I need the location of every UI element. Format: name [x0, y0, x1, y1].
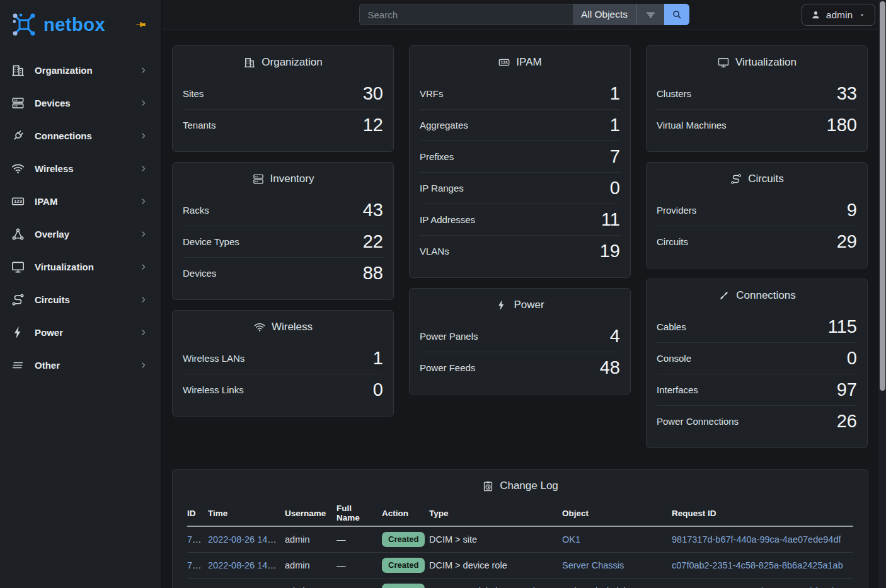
sidebar-item-power[interactable]: Power — [0, 316, 161, 349]
stat-value-link[interactable]: 180 — [827, 115, 857, 135]
column-header-object: Object — [562, 502, 672, 526]
changelog-request-link[interactable]: 9817317d-b67f-440a-99ca-4ae07ede94df — [672, 534, 841, 545]
stat-row-circuits: Circuits29 — [657, 226, 857, 257]
table-cell: Created — [382, 526, 429, 553]
changelog-time-link[interactable]: 2022-08-26 14:22 — [208, 534, 280, 545]
stat-value-link[interactable]: 0 — [373, 379, 383, 400]
table-cell: Server Chassis — [562, 553, 672, 579]
stat-label: IP Ranges — [420, 183, 464, 193]
sidebar-item-label: Other — [35, 360, 60, 371]
scrollbar-thumb[interactable] — [880, 1, 885, 391]
sidebar: netbox OrganizationDevicesConnectionsWir… — [0, 0, 161, 588]
stat-value-link[interactable]: 22 — [363, 231, 383, 252]
table-cell: OK1 — [562, 526, 672, 553]
stat-row-sites: Sites30 — [183, 78, 383, 109]
changelog-id-link[interactable]: 754 — [187, 560, 202, 570]
sidebar-item-wireless[interactable]: Wireless — [0, 152, 161, 185]
stat-value-link[interactable]: 26 — [837, 411, 857, 432]
sidebar-item-connections[interactable]: Connections — [0, 119, 161, 152]
sidebar-item-devices[interactable]: Devices — [0, 86, 161, 119]
chevron-right-icon — [139, 262, 148, 272]
table-cell: DCIM > module bay template — [429, 579, 562, 588]
stat-value-link[interactable]: 0 — [847, 348, 857, 369]
search-scope-button[interactable]: All Objects — [573, 4, 636, 25]
changelog-request-link[interactable]: c07f0ab2-2351-4c58-825a-8b6a2425a1ab — [672, 560, 843, 570]
stat-value-link[interactable]: 33 — [837, 83, 857, 104]
stat-value-link[interactable]: 4 — [610, 326, 620, 347]
caret-down-icon — [858, 11, 866, 20]
search-filter-button[interactable] — [636, 4, 664, 25]
sidebar-item-ipam[interactable]: 123IPAM — [0, 185, 161, 217]
card-title: 123IPAM — [410, 46, 630, 78]
stat-value-link[interactable]: 11 — [601, 209, 620, 230]
stat-value-link[interactable]: 19 — [600, 241, 620, 262]
building-icon — [11, 63, 25, 78]
stat-value-link[interactable]: 7 — [610, 146, 620, 167]
changelog-time-link[interactable]: 2022-08-26 14:17 — [208, 560, 280, 570]
stat-label: Interfaces — [657, 384, 698, 395]
stat-value-link[interactable]: 115 — [828, 316, 857, 337]
stat-label: IP Addresses — [420, 214, 475, 225]
stat-value-link[interactable]: 0 — [610, 178, 620, 199]
card-virtualization: VirtualizationClusters33Virtual Machines… — [646, 45, 868, 152]
stat-label: Racks — [183, 205, 209, 216]
stat-value-link[interactable]: 12 — [363, 115, 383, 135]
chevron-right-icon — [139, 131, 148, 141]
card-title-text: Connections — [736, 287, 796, 304]
stat-value-link[interactable]: 29 — [837, 231, 857, 252]
chevron-right-icon — [139, 66, 148, 75]
changelog-object-link[interactable]: OK1 — [562, 534, 580, 545]
card-organization: OrganizationSites30Tenants12 — [172, 45, 394, 152]
sidebar-item-organization[interactable]: Organization — [0, 54, 161, 86]
stat-label: VLANs — [420, 246, 449, 257]
stat-row-vrfs: VRFs1 — [420, 78, 620, 109]
stat-row-racks: Racks43 — [183, 195, 383, 226]
card-body: Power Panels4Power Feeds48 — [410, 321, 630, 394]
stat-value-link[interactable]: 30 — [363, 83, 383, 104]
sidebar-item-virtualization[interactable]: Virtualization — [0, 250, 161, 283]
stat-row-devices: Devices88 — [183, 257, 383, 289]
stat-row-prefixes: Prefixes7 — [420, 141, 620, 172]
stat-label: Wireless Links — [183, 384, 244, 395]
changelog-id-link[interactable]: 755 — [187, 534, 202, 545]
scrollbar-track[interactable] — [878, 0, 886, 588]
user-menu-button[interactable]: admin — [802, 4, 875, 26]
filter-icon — [645, 9, 657, 21]
card-inventory: InventoryRacks43Device Types22Devices88 — [172, 162, 394, 300]
card-body: Clusters33Virtual Machines180 — [647, 78, 867, 151]
card-ipam: 123IPAMVRFs1Aggregates1Prefixes7IP Range… — [409, 45, 631, 278]
changelog-object-link[interactable]: Server Chassis — [562, 560, 624, 570]
netbox-logo[interactable]: netbox — [0, 0, 161, 47]
lines-icon — [11, 358, 25, 372]
table-cell: Created — [382, 579, 429, 588]
column-header-time: Time — [208, 502, 285, 526]
stat-value-link[interactable]: 97 — [837, 379, 857, 400]
chevron-right-icon — [139, 197, 148, 206]
stat-value-link[interactable]: 88 — [363, 263, 383, 284]
sidebar-item-label: Devices — [35, 98, 71, 108]
sidebar-item-other[interactable]: Other — [0, 349, 161, 381]
sidebar-item-label: Virtualization — [35, 262, 94, 272]
pin-icon[interactable] — [134, 18, 147, 31]
search-input[interactable] — [359, 4, 573, 25]
stat-value-link[interactable]: 48 — [600, 357, 620, 378]
stat-value-link[interactable]: 1 — [610, 83, 620, 104]
sidebar-item-circuits[interactable]: Circuits — [0, 283, 161, 316]
stat-label: Circuits — [657, 236, 688, 247]
table-cell: 754 — [187, 553, 208, 579]
dashboard: OrganizationSites30Tenants12InventoryRac… — [162, 30, 886, 588]
stat-value-link[interactable]: 1 — [373, 348, 383, 369]
card-title: Organization — [173, 46, 393, 78]
plug-icon — [11, 129, 25, 143]
stat-value-link[interactable]: 1 — [610, 115, 620, 135]
stat-label: Console — [657, 353, 691, 364]
stat-row-tenants: Tenants12 — [183, 109, 383, 141]
stat-row-interfaces: Interfaces97 — [657, 374, 857, 405]
stat-label: Tenants — [183, 120, 216, 130]
card-title-text: Power — [514, 297, 544, 313]
stat-value-link[interactable]: 9 — [847, 200, 857, 221]
stat-value-link[interactable]: 43 — [363, 200, 383, 221]
sidebar-item-overlay[interactable]: Overlay — [0, 217, 161, 250]
search-submit-button[interactable] — [664, 4, 689, 25]
chevron-right-icon — [139, 328, 148, 337]
